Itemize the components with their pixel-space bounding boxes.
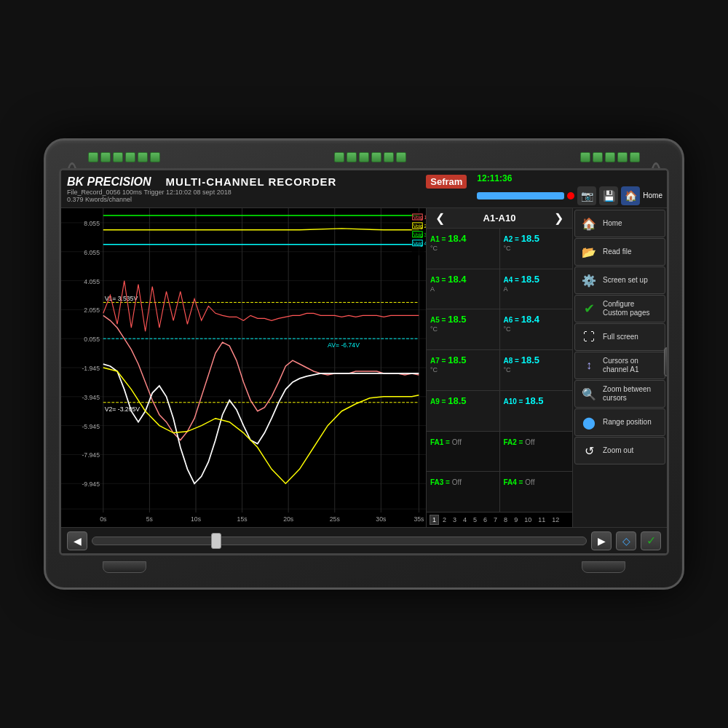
connector xyxy=(138,152,148,162)
svg-text:25s: 25s xyxy=(330,515,341,523)
svg-text:0s: 0s xyxy=(100,515,107,523)
svg-text:6.055: 6.055 xyxy=(84,249,100,256)
usb-icon-button[interactable]: 💾 xyxy=(599,186,618,205)
channel-a2-cell[interactable]: A2 = 18.5 °C xyxy=(500,229,573,269)
svg-text:20s: 20s xyxy=(283,515,294,523)
svg-text:Voig 2: Voig 2 xyxy=(414,223,426,229)
channel-a4-unit: A xyxy=(504,285,569,293)
channel-a8-value: 18.5 xyxy=(521,355,539,365)
channel-a10-cell[interactable]: A10 = 18.5 xyxy=(500,391,573,431)
zoom-cursors-button[interactable]: 🔍 Zoom between cursors xyxy=(574,380,665,408)
expand-icon: ◇ xyxy=(622,535,630,547)
range-position-button[interactable]: ⬤ Range position xyxy=(574,408,665,436)
zoom-cursors-label: Zoom between cursors xyxy=(603,385,660,403)
foot-left xyxy=(103,561,146,573)
cursors-icon: ↕ xyxy=(579,356,598,375)
page-tab-9[interactable]: 9 xyxy=(511,515,521,525)
page-tab-6[interactable]: 6 xyxy=(480,515,490,525)
play-forward-icon: ▶ xyxy=(598,535,606,547)
connector xyxy=(605,152,615,162)
page-tab-10[interactable]: 10 xyxy=(521,515,534,525)
page-tab-1[interactable]: 1 xyxy=(430,515,439,525)
page-tab-7[interactable]: 7 xyxy=(491,515,500,525)
svg-text:-1.945: -1.945 xyxy=(82,365,100,372)
channel-a5-cell[interactable]: A5 = 18.5 °C xyxy=(427,309,499,349)
play-backward-icon: ◀ xyxy=(74,535,82,547)
full-screen-button[interactable]: ⛶ Full screen xyxy=(574,323,665,351)
channel-fa3-name: FA3 = xyxy=(430,478,452,486)
play-forward-button[interactable]: ▶ xyxy=(591,531,612,550)
channel-a8-cell[interactable]: A8 = 18.5 °C xyxy=(500,350,573,390)
page-tab-12[interactable]: 12 xyxy=(549,515,562,525)
channel-a7-cell[interactable]: A7 = 18.5 °C xyxy=(427,350,499,390)
channel-a3-cell[interactable]: A3 = 18.4 A xyxy=(427,269,499,309)
connector-strip xyxy=(59,151,669,164)
full-screen-icon: ⛶ xyxy=(579,328,598,347)
svg-text:-7.945: -7.945 xyxy=(82,451,100,459)
zoom-out-label: Zoom out xyxy=(603,446,633,455)
page-tab-2[interactable]: 2 xyxy=(440,515,449,525)
timeline-thumb[interactable] xyxy=(211,533,221,549)
timeline-track[interactable] xyxy=(92,537,587,545)
page-tab-11[interactable]: 11 xyxy=(535,515,548,525)
page-tab-8[interactable]: 8 xyxy=(501,515,510,525)
channel-a9-cell[interactable]: A9 = 18.5 xyxy=(427,391,499,431)
full-screen-label: Full screen xyxy=(603,333,638,341)
camera-icon-button[interactable]: 📷 xyxy=(577,186,596,205)
sidebar-buttons-panel: 🏠 Home 📂 Read file ⚙️ Screen set up ✔ Co… xyxy=(572,208,667,527)
page-tab-4[interactable]: 4 xyxy=(460,515,470,525)
channel-fa3-cell[interactable]: FA3 = Off xyxy=(427,472,499,512)
chart-svg: 8.055 6.055 4.055 2.055 0.055 -1.945 -3.… xyxy=(61,208,426,527)
connector xyxy=(150,152,160,162)
channel-a6-cell[interactable]: A6 = 18.4 °C xyxy=(500,309,573,349)
zoom-out-icon: ↺ xyxy=(579,441,598,460)
page-tab-5[interactable]: 5 xyxy=(470,515,480,525)
cursors-label: Cursors on channel A1 xyxy=(603,357,660,374)
home-icon-button[interactable]: 🏠 xyxy=(621,186,640,205)
channel-a2-name: A2 = xyxy=(504,235,521,243)
screen-setup-button[interactable]: ⚙️ Screen set up xyxy=(574,266,665,294)
svg-text:2.055: 2.055 xyxy=(84,306,100,314)
foot-right xyxy=(582,561,625,573)
channel-a1-cell[interactable]: A1 = 18.4 °C xyxy=(427,229,499,269)
channel-a4-name: A4 = xyxy=(504,276,521,284)
play-backward-button[interactable]: ◀ xyxy=(67,531,87,550)
home-button[interactable]: 🏠 Home xyxy=(574,210,665,237)
home-icon: 🏠 xyxy=(579,214,598,233)
page-tab-3[interactable]: 3 xyxy=(450,515,459,525)
svg-text:35s: 35s xyxy=(414,515,424,523)
read-file-button[interactable]: 📂 Read file xyxy=(574,238,665,266)
screen-setup-icon: ⚙️ xyxy=(579,271,598,290)
right-side-button xyxy=(664,347,669,376)
connector-group-right xyxy=(580,152,640,162)
brand-sefram: Sefram xyxy=(426,175,467,189)
confirm-button[interactable]: ✓ xyxy=(641,531,661,550)
channel-next-button[interactable]: ❯ xyxy=(552,211,566,225)
svg-text:AV= -6.74V: AV= -6.74V xyxy=(328,341,360,349)
svg-text:-3.945: -3.945 xyxy=(82,394,100,401)
channel-a7-unit: °C xyxy=(430,366,496,373)
channel-fa2-name: FA2 = xyxy=(504,438,526,446)
configure-label: Configure Custom pages xyxy=(603,300,660,317)
connector xyxy=(334,152,344,162)
svg-text:Voig 4: Voig 4 xyxy=(414,241,426,247)
channel-a5-name: A5 = xyxy=(430,316,448,324)
brand-title: MULTI-CHANNEL RECORDER xyxy=(166,175,337,188)
channel-fa2-cell[interactable]: FA2 = Off xyxy=(500,432,573,472)
header-bar: BK PRECISION MULTI-CHANNEL RECORDER Sefr… xyxy=(61,170,667,208)
configure-custom-button[interactable]: ✔ Configure Custom pages xyxy=(574,295,665,323)
connector-group-center xyxy=(334,152,406,162)
cursors-button[interactable]: ↕ Cursors on channel A1 xyxy=(574,352,665,379)
connector xyxy=(617,152,628,162)
connector xyxy=(347,152,357,162)
channel-fa4-cell[interactable]: FA4 = Off xyxy=(500,472,573,512)
expand-button[interactable]: ◇ xyxy=(616,531,636,550)
channel-a1-unit: °C xyxy=(430,245,496,252)
zoom-out-button[interactable]: ↺ Zoom out xyxy=(574,437,665,464)
connector xyxy=(396,152,406,162)
channel-a4-cell[interactable]: A4 = 18.5 A xyxy=(500,269,573,309)
channel-fa1-cell[interactable]: FA1 = Off xyxy=(427,432,499,472)
connector xyxy=(371,152,381,162)
svg-text:V2= -3.205V: V2= -3.205V xyxy=(105,405,140,413)
channel-prev-button[interactable]: ❮ xyxy=(432,211,447,225)
